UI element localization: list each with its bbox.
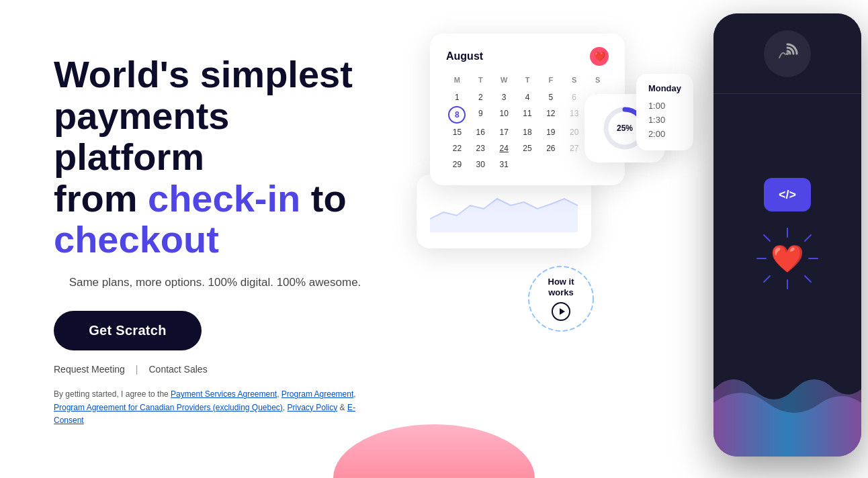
- time-3: 2:00: [648, 127, 681, 141]
- contactless-icon: [764, 30, 811, 77]
- progress-pct-label: 25%: [617, 124, 633, 133]
- cal-day-17: 17: [493, 125, 515, 140]
- day-label-s: S: [563, 74, 585, 86]
- svg-line-10: [805, 276, 811, 282]
- times-card-title: Monday: [648, 83, 681, 93]
- phone-top-area: [713, 13, 861, 94]
- times-card: Monday 1:00 1:30 2:00: [636, 74, 693, 150]
- cal-day-6: 6: [563, 90, 585, 105]
- wave-svg: [713, 349, 861, 457]
- time-2: 1:30: [648, 113, 681, 127]
- right-content: August ❤️ M T W T F S S 1 2 3 4 5 6 7 8: [417, 0, 868, 478]
- left-content: World's simplest payments platform from …: [0, 0, 417, 478]
- cal-day-5: 5: [539, 90, 562, 105]
- calendar-days-header: M T W T F S S: [446, 74, 609, 86]
- cal-day-today[interactable]: 8: [448, 106, 466, 124]
- heart-emoji: ❤️: [771, 243, 804, 275]
- svg-line-9: [764, 235, 770, 241]
- chart-card: [417, 175, 591, 248]
- how-it-works: How itworks: [524, 262, 598, 336]
- cal-day-2: 2: [470, 90, 492, 105]
- hero-subtitle: Same plans, more options. 100% digital. …: [54, 274, 376, 291]
- cal-day-19: 19: [539, 125, 562, 140]
- cal-day-29: 29: [446, 157, 468, 172]
- cal-day-10: 10: [493, 106, 515, 124]
- cal-day-1: 1: [446, 90, 468, 105]
- day-label-t: T: [470, 74, 492, 86]
- how-it-works-center: How itworks: [548, 277, 574, 320]
- cal-day-25: 25: [517, 141, 539, 156]
- cal-day-26: 26: [539, 141, 562, 156]
- cal-day-13: 13: [563, 106, 585, 124]
- request-meeting-link[interactable]: Request Meeting: [54, 364, 125, 375]
- svg-line-11: [805, 235, 811, 241]
- code-icon: </>: [764, 178, 811, 211]
- cal-day-31: 31: [493, 157, 515, 172]
- program-agreement-link[interactable]: Program Agreement: [281, 389, 353, 399]
- heart-rays: ❤️: [754, 225, 821, 292]
- cal-day-27: 27: [563, 141, 585, 156]
- get-scratch-button[interactable]: Get Scratch: [54, 311, 202, 350]
- phone-wave-area: [713, 349, 861, 457]
- play-button[interactable]: [552, 302, 570, 321]
- cal-day-9: 9: [470, 106, 492, 124]
- calendar-month: August: [446, 50, 483, 62]
- phone-body: </>: [713, 13, 861, 457]
- privacy-policy-link[interactable]: Privacy Policy: [288, 403, 338, 412]
- cal-day-20: 20: [563, 125, 585, 140]
- cal-day-18: 18: [517, 125, 539, 140]
- secondary-links: Request Meeting | Contact Sales: [54, 364, 376, 375]
- how-it-works-title: How itworks: [548, 277, 574, 297]
- legal-text: By getting started, I agree to the Payme…: [54, 388, 376, 427]
- chart-svg: [430, 185, 578, 232]
- day-label-t2: T: [517, 74, 539, 86]
- contactless-symbol: [773, 39, 802, 68]
- payment-services-agreement-link[interactable]: Payment Services Agreement: [171, 389, 277, 399]
- cal-day-12: 12: [539, 106, 562, 124]
- day-label-f: F: [539, 74, 562, 86]
- cal-day-24: 24: [493, 141, 515, 156]
- page-wrapper: World's simplest payments platform from …: [0, 0, 868, 478]
- phone-container: </>: [713, 13, 868, 470]
- cal-day-22: 22: [446, 141, 468, 156]
- divider: |: [136, 364, 138, 375]
- contact-sales-link[interactable]: Contact Sales: [148, 364, 207, 375]
- time-1: 1:00: [648, 99, 681, 113]
- program-agreement-canada-link[interactable]: Program Agreement for Canadian Providers…: [54, 403, 283, 412]
- cal-day-4: 4: [517, 90, 539, 105]
- phone-screen: </>: [713, 94, 861, 376]
- dashed-circle: How itworks: [524, 262, 598, 336]
- day-label-w: W: [493, 74, 515, 86]
- cal-day-11: 11: [517, 106, 539, 124]
- svg-marker-2: [430, 199, 578, 232]
- svg-line-12: [764, 276, 770, 282]
- calendar-header: August ❤️: [446, 47, 609, 66]
- day-label-s2: S: [587, 74, 609, 86]
- cal-day-30: 30: [470, 157, 492, 172]
- cal-day-3: 3: [493, 90, 515, 105]
- cal-day-16: 16: [470, 125, 492, 140]
- calendar-heart-icon: ❤️: [590, 47, 609, 66]
- cal-day-15: 15: [446, 125, 468, 140]
- day-label-m: M: [446, 74, 468, 86]
- cal-day-23: 23: [470, 141, 492, 156]
- hero-title: World's simplest payments platform from …: [54, 54, 376, 260]
